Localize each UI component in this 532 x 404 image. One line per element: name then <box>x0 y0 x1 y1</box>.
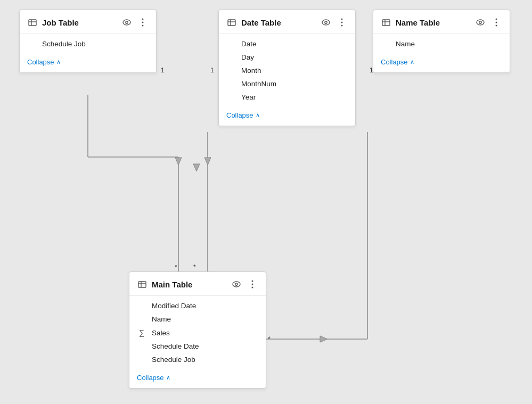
main-header-actions <box>231 278 258 290</box>
row-label: Year <box>241 93 256 101</box>
name-table: Name Table <box>373 10 510 73</box>
date-table-footer: Collapse ∧ <box>219 107 355 126</box>
row-label: Schedule Date <box>152 342 199 350</box>
svg-rect-19 <box>228 20 235 26</box>
svg-point-40 <box>252 281 253 282</box>
row-label: MonthNum <box>241 80 276 88</box>
table-row: ∑ Sales <box>129 326 266 340</box>
main-table-header: Main Table <box>129 272 266 296</box>
svg-point-34 <box>496 25 497 27</box>
name-collapse-label: Collapse <box>381 58 408 66</box>
main-collapse-btn[interactable]: Collapse ∧ <box>137 374 258 382</box>
svg-point-25 <box>341 22 343 23</box>
canvas: 1 * 1 * 1 * <box>0 0 532 404</box>
svg-point-15 <box>126 21 128 23</box>
name-table-title: Name Table <box>396 18 470 27</box>
job-collapse-label: Collapse <box>27 58 54 66</box>
svg-point-39 <box>235 283 238 285</box>
date-table-title: Date Table <box>241 18 316 27</box>
row-label: Name <box>396 40 415 48</box>
svg-point-22 <box>322 20 330 25</box>
name-table-footer: Collapse ∧ <box>373 54 510 72</box>
svg-marker-10 <box>320 336 328 342</box>
table-row: Name <box>129 312 266 326</box>
row-label: Schedule Job <box>152 356 195 364</box>
date-more-icon[interactable] <box>336 17 348 28</box>
svg-point-24 <box>341 19 343 20</box>
table-row: Schedule Job <box>20 37 156 51</box>
svg-point-30 <box>477 20 484 25</box>
table-row: Day <box>219 51 355 64</box>
main-table-icon <box>137 279 148 290</box>
svg-point-42 <box>252 287 253 288</box>
job-table: Job Table <box>19 10 157 73</box>
main-table-rows: Modified Date Name ∑ Sales Schedule Date… <box>129 296 266 369</box>
job-collapse-btn[interactable]: Collapse ∧ <box>27 58 149 66</box>
name-collapse-arrow: ∧ <box>410 59 414 65</box>
main-table-title: Main Table <box>152 280 226 289</box>
name-eye-icon[interactable] <box>474 17 486 28</box>
name-header-actions <box>474 17 502 28</box>
date-collapse-arrow: ∧ <box>256 112 260 119</box>
conn-job-label-star: * <box>175 263 177 271</box>
date-table: Date Table <box>218 10 356 126</box>
name-table-rows: Name <box>373 34 510 54</box>
svg-point-33 <box>496 22 497 23</box>
conn-date-label-1: 1 <box>210 67 214 74</box>
name-more-icon[interactable] <box>490 17 502 28</box>
job-table-header: Job Table <box>20 10 156 34</box>
svg-point-14 <box>123 20 130 25</box>
table-row: Schedule Job <box>129 353 266 366</box>
svg-rect-11 <box>29 20 36 26</box>
svg-point-38 <box>233 282 240 287</box>
job-collapse-arrow: ∧ <box>56 59 61 65</box>
date-table-rows: Date Day Month MonthNum Year <box>219 34 355 107</box>
date-table-icon <box>226 17 237 28</box>
main-table-footer: Collapse ∧ <box>129 369 266 388</box>
conn-date-label-star: * <box>193 263 196 271</box>
row-label: Sales <box>152 329 170 337</box>
table-row: Month <box>219 64 355 77</box>
svg-point-16 <box>142 19 144 20</box>
job-table-rows: Schedule Job <box>20 34 156 54</box>
conn-job-label-1: 1 <box>161 67 165 74</box>
conn-name-label-star: * <box>268 335 271 343</box>
job-table-footer: Collapse ∧ <box>20 54 156 72</box>
svg-point-32 <box>496 19 497 20</box>
main-collapse-arrow: ∧ <box>166 374 170 381</box>
job-header-actions <box>121 17 149 28</box>
main-collapse-label: Collapse <box>137 374 164 382</box>
main-more-icon[interactable] <box>247 278 258 290</box>
job-table-icon <box>27 17 38 28</box>
table-row: Schedule Date <box>129 340 266 353</box>
date-header-actions <box>320 17 348 28</box>
date-collapse-btn[interactable]: Collapse ∧ <box>226 111 348 119</box>
row-label: Schedule Job <box>42 40 86 48</box>
name-collapse-btn[interactable]: Collapse ∧ <box>381 58 502 66</box>
row-label: Name <box>152 315 171 323</box>
job-eye-icon[interactable] <box>121 17 133 28</box>
main-table: Main Table <box>129 271 266 389</box>
row-label: Day <box>241 53 254 61</box>
name-table-header: Name Table <box>373 10 510 34</box>
svg-point-23 <box>325 21 327 23</box>
main-eye-icon[interactable] <box>231 278 242 290</box>
row-label: Date <box>241 40 257 48</box>
table-row: Name <box>373 37 510 51</box>
row-label: Month <box>241 67 261 75</box>
date-eye-icon[interactable] <box>320 17 332 28</box>
table-row: MonthNum <box>219 77 355 90</box>
svg-marker-6 <box>204 158 211 165</box>
svg-marker-3 <box>175 158 182 165</box>
svg-point-18 <box>142 25 144 27</box>
row-label: Modified Date <box>152 302 196 310</box>
svg-rect-27 <box>382 20 390 26</box>
table-row: Year <box>219 90 355 104</box>
job-more-icon[interactable] <box>137 17 149 28</box>
job-table-title: Job Table <box>42 18 117 27</box>
svg-point-31 <box>479 21 481 23</box>
date-table-header: Date Table <box>219 10 355 34</box>
svg-marker-4 <box>193 164 200 171</box>
sigma-icon: ∑ <box>139 328 149 337</box>
date-collapse-label: Collapse <box>226 111 253 119</box>
